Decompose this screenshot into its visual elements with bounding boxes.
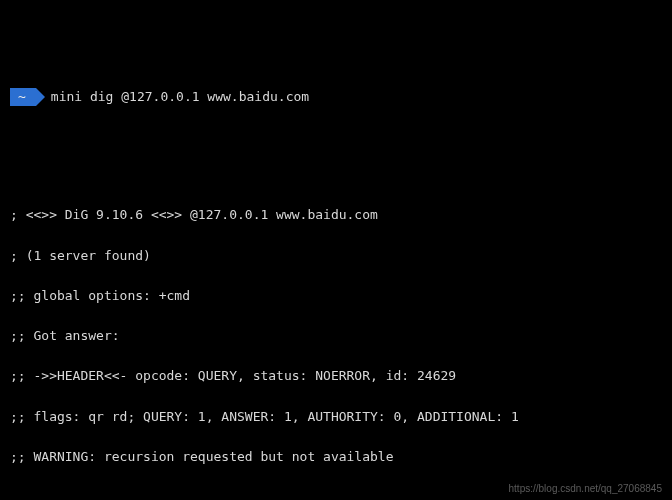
dig-global-options: ;; global options: +cmd: [10, 286, 662, 306]
watermark-text: https://blog.csdn.net/qq_27068845: [509, 481, 662, 497]
command-text[interactable]: dig @127.0.0.1 www.baidu.com: [82, 87, 309, 107]
dig-header: ;; ->>HEADER<<- opcode: QUERY, status: N…: [10, 366, 662, 386]
prompt-arrow-icon: [36, 88, 45, 106]
dig-flags: ;; flags: qr rd; QUERY: 1, ANSWER: 1, AU…: [10, 407, 662, 427]
dig-got-answer: ;; Got answer:: [10, 326, 662, 346]
prompt-line-1: ~ mini dig @127.0.0.1 www.baidu.com: [10, 87, 662, 107]
dig-server-found: ; (1 server found): [10, 246, 662, 266]
prompt-host: mini: [51, 87, 82, 107]
prompt-segment: ~: [10, 88, 36, 106]
dig-warning: ;; WARNING: recursion requested but not …: [10, 447, 662, 467]
dig-header-line: ; <<>> DiG 9.10.6 <<>> @127.0.0.1 www.ba…: [10, 205, 662, 225]
